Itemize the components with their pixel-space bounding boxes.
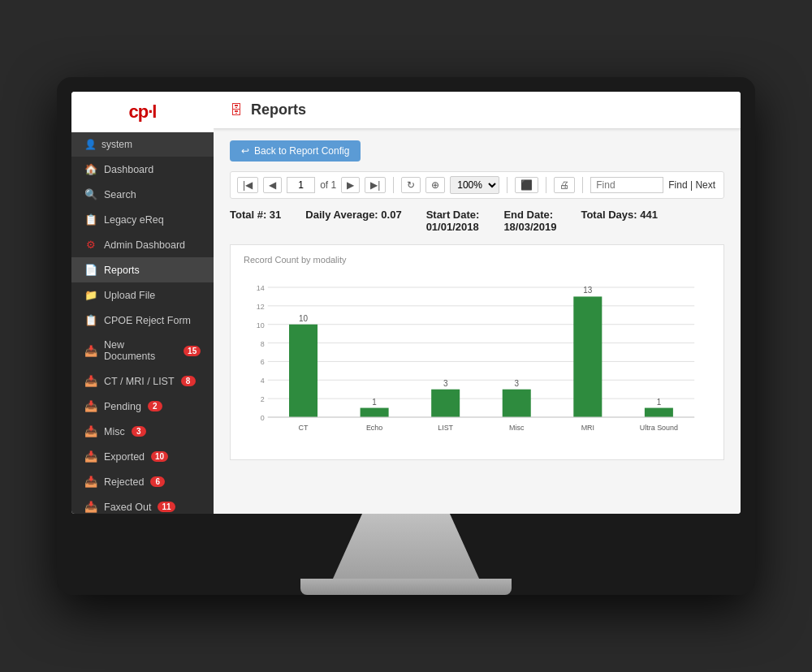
last-page-button[interactable]: ▶| — [365, 177, 386, 193]
end-date-value: 18/03/2019 — [503, 221, 556, 233]
back-to-report-config-button[interactable]: ↩ Back to Report Config — [230, 140, 361, 162]
zoom-select[interactable]: 100% 75% 125% 150% — [450, 176, 499, 194]
sidebar-item-legacy-ereq[interactable]: 📋Legacy eReq — [71, 207, 214, 232]
start-date-stat: Start Date: 01/01/2018 — [426, 209, 480, 233]
toolbar-separator-3 — [546, 177, 546, 193]
sidebar-badge-faxed-out: 11 — [158, 502, 175, 512]
main-header: 🗄 Reports — [214, 92, 741, 129]
toolbar-separator-4 — [582, 177, 583, 193]
bar-chart: 0246810121410CT1Echo3LIST3Misc13MRI1Ultr… — [244, 271, 710, 450]
main-content: 🗄 Reports ↩ Back to Report Config |◀ ◀ o… — [214, 92, 741, 514]
svg-text:Echo: Echo — [366, 424, 382, 432]
chart-title: Record Count by modality — [244, 255, 710, 265]
sidebar-badge-rejected: 6 — [150, 476, 165, 487]
user-icon: 👤 — [84, 139, 97, 150]
svg-text:10: 10 — [299, 314, 308, 323]
sidebar-label-exported: Exported — [104, 451, 145, 463]
back-arrow-icon: ↩ — [241, 145, 249, 157]
main-body: ↩ Back to Report Config |◀ ◀ of 1 ▶ ▶| ↻… — [214, 129, 741, 514]
sidebar-label-legacy-ereq: Legacy eReq — [104, 214, 164, 226]
first-page-button[interactable]: |◀ — [237, 177, 258, 193]
svg-text:3: 3 — [443, 379, 448, 388]
monitor-stand — [333, 514, 479, 579]
logo-text: cp·l — [129, 101, 157, 123]
sidebar-icon-pending: 📥 — [84, 400, 97, 412]
page-title: Reports — [251, 101, 306, 118]
monitor: cp·l 👤 system 🏠Dashboard🔍Search📋Legacy e… — [57, 77, 755, 595]
sidebar-icon-faxed-out: 📥 — [84, 501, 97, 513]
sidebar-label-upload-file: Upload File — [104, 290, 155, 301]
sidebar-label-cpoe-reject-form: CPOE Reject Form — [104, 315, 191, 326]
sidebar-item-exported[interactable]: 📥Exported10 — [71, 444, 214, 469]
sidebar-item-misc[interactable]: 📥Misc3 — [71, 419, 214, 444]
sidebar-item-dashboard[interactable]: 🏠Dashboard — [71, 157, 214, 182]
sidebar-badge-misc: 3 — [132, 426, 146, 437]
sidebar-label-misc: Misc — [104, 426, 125, 437]
zoom-out-button[interactable]: ⊕ — [425, 177, 445, 193]
refresh-button[interactable]: ↻ — [401, 177, 421, 193]
svg-text:3: 3 — [514, 379, 519, 388]
sidebar-label-admin-dashboard: Admin Dashboard — [104, 239, 185, 251]
export-button[interactable]: ⬛ — [515, 177, 538, 193]
sidebar-nav: 🏠Dashboard🔍Search📋Legacy eReq⚙Admin Dash… — [71, 157, 214, 514]
next-page-button[interactable]: ▶ — [341, 177, 360, 193]
svg-rect-16 — [289, 325, 317, 417]
sidebar-icon-upload-file: 📁 — [84, 289, 97, 301]
sidebar-item-ct-mri-list[interactable]: 📥CT / MRI / LIST8 — [71, 368, 214, 394]
svg-text:CT: CT — [299, 424, 309, 432]
sidebar-icon-dashboard: 🏠 — [84, 163, 97, 175]
sidebar-item-new-documents[interactable]: 📥New Documents15 — [71, 333, 214, 368]
sidebar-user: 👤 system — [71, 132, 214, 157]
svg-text:4: 4 — [261, 377, 265, 385]
svg-rect-22 — [431, 390, 460, 417]
sidebar-icon-new-documents: 📥 — [84, 345, 97, 357]
sidebar-icon-misc: 📥 — [84, 425, 97, 437]
sidebar: cp·l 👤 system 🏠Dashboard🔍Search📋Legacy e… — [71, 92, 214, 514]
sidebar-item-cpoe-reject-form[interactable]: 📋CPOE Reject Form — [71, 308, 214, 333]
screen: cp·l 👤 system 🏠Dashboard🔍Search📋Legacy e… — [71, 92, 741, 514]
svg-text:10: 10 — [257, 321, 265, 330]
sidebar-label-pending: Pending — [104, 401, 141, 412]
start-date-value: 01/01/2018 — [426, 221, 479, 233]
sidebar-icon-cpoe-reject-form: 📋 — [84, 314, 97, 326]
sidebar-item-search[interactable]: 🔍Search — [71, 182, 214, 207]
total-stat: Total #: 31 — [230, 209, 281, 233]
chart-area: 0246810121410CT1Echo3LIST3Misc13MRI1Ultr… — [244, 271, 710, 450]
sidebar-item-admin-dashboard[interactable]: ⚙Admin Dashboard — [71, 232, 214, 257]
svg-rect-28 — [573, 296, 602, 417]
sidebar-label-dashboard: Dashboard — [104, 164, 153, 175]
sidebar-badge-ct-mri-list: 8 — [181, 376, 196, 386]
monitor-base — [300, 579, 512, 595]
sidebar-item-upload-file[interactable]: 📁Upload File — [71, 282, 214, 308]
sidebar-item-faxed-out[interactable]: 📥Faxed Out11 — [71, 494, 214, 514]
page-of-label: of 1 — [320, 179, 336, 191]
sidebar-label-ct-mri-list: CT / MRI / LIST — [104, 376, 175, 387]
sidebar-item-reports[interactable]: 📄Reports — [71, 257, 214, 282]
page-number-input[interactable] — [287, 177, 315, 193]
sidebar-label-new-documents: New Documents — [104, 339, 177, 362]
sidebar-label-search: Search — [104, 189, 136, 200]
sidebar-badge-new-documents: 15 — [184, 346, 201, 356]
svg-text:1: 1 — [657, 398, 662, 407]
svg-text:2: 2 — [261, 395, 265, 403]
prev-page-button[interactable]: ◀ — [263, 177, 282, 193]
sidebar-label-reports: Reports — [104, 265, 140, 276]
svg-text:8: 8 — [261, 340, 265, 348]
sidebar-item-pending[interactable]: 📥Pending2 — [71, 394, 214, 419]
toolbar-separator-1 — [393, 177, 394, 193]
username-label: system — [102, 139, 132, 150]
svg-text:0: 0 — [261, 414, 265, 422]
svg-text:LIST: LIST — [438, 424, 453, 432]
total-days-stat: Total Days: 441 — [581, 209, 657, 233]
print-button[interactable]: 🖨 — [554, 177, 575, 193]
find-input[interactable] — [590, 177, 663, 193]
end-date-stat: End Date: 18/03/2019 — [503, 209, 556, 233]
svg-text:12: 12 — [257, 303, 265, 311]
sidebar-badge-pending: 2 — [148, 401, 162, 411]
svg-text:13: 13 — [583, 286, 592, 295]
sidebar-item-rejected[interactable]: 📥Rejected6 — [71, 469, 214, 494]
svg-text:1: 1 — [372, 398, 377, 407]
toolbar-separator-2 — [507, 177, 508, 193]
sidebar-icon-admin-dashboard: ⚙ — [84, 239, 97, 251]
find-nav-label: Find | Next — [668, 179, 715, 191]
